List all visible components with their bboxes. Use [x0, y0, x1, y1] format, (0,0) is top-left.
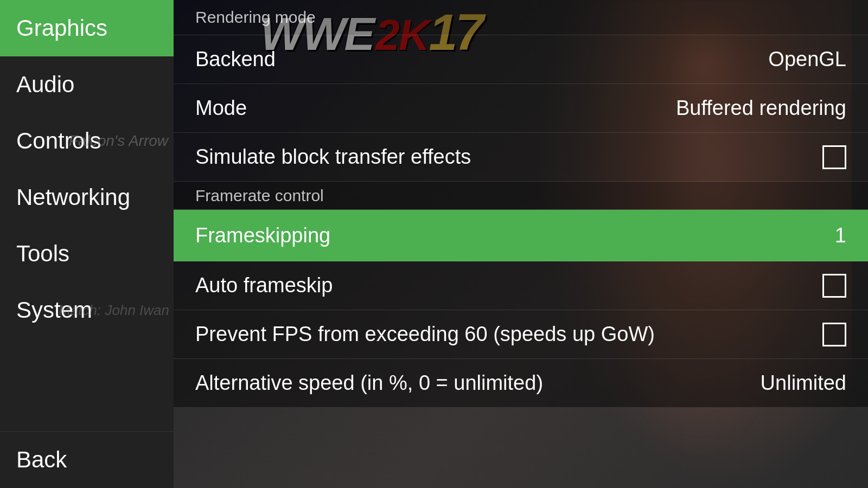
mode-label: Mode [195, 97, 247, 120]
frameskipping-label: Frameskipping [195, 224, 330, 247]
sidebar-item-graphics[interactable]: Graphics [0, 0, 174, 56]
back-label: Back [16, 447, 67, 472]
prevent-fps-label: Prevent FPS from exceeding 60 (speeds up… [195, 323, 655, 346]
backend-label: Backend [195, 48, 276, 71]
sidebar-spacer [0, 338, 174, 431]
frameskipping-value: 1 [835, 224, 846, 247]
mode-value: Buffered rendering [676, 97, 846, 120]
settings-panel: Rendering mode Backend OpenGL Mode Buffe… [174, 0, 868, 488]
auto-frameskip-row[interactable]: Auto frameskip [174, 261, 868, 310]
sidebar-item-networking[interactable]: Networking [0, 169, 174, 226]
sidebar: Graphics Audio Controls Falcon's Arrow N… [0, 0, 174, 488]
sidebar-label-system: System [16, 297, 92, 323]
simulate-block-transfer-row[interactable]: Simulate block transfer effects [174, 133, 868, 182]
sidebar-item-tools[interactable]: Tools [0, 226, 174, 282]
simulate-block-transfer-label: Simulate block transfer effects [195, 145, 471, 169]
sidebar-label-tools: Tools [16, 241, 69, 266]
back-button[interactable]: Back [0, 431, 174, 488]
sidebar-label-graphics: Graphics [16, 15, 107, 41]
backend-value: OpenGL [768, 48, 846, 71]
mode-row[interactable]: Mode Buffered rendering [174, 84, 868, 133]
sidebar-item-audio[interactable]: Audio [0, 56, 174, 113]
rendering-mode-header-row: Rendering mode [174, 0, 868, 35]
backend-row[interactable]: Backend OpenGL [174, 35, 868, 84]
prevent-fps-checkbox[interactable] [822, 323, 846, 346]
sidebar-item-controls[interactable]: Controls Falcon's Arrow [0, 113, 174, 169]
alternative-speed-row[interactable]: Alternative speed (in %, 0 = unlimited) … [174, 359, 868, 408]
prevent-fps-row[interactable]: Prevent FPS from exceeding 60 (speeds up… [174, 310, 868, 359]
auto-frameskip-checkbox[interactable] [822, 274, 846, 298]
main-content: WWE2K17 Rendering mode Backend OpenGL Mo… [174, 0, 868, 488]
sidebar-label-networking: Networking [16, 184, 130, 210]
rendering-mode-label: Rendering mode [195, 8, 316, 27]
alternative-speed-label: Alternative speed (in %, 0 = unlimited) [195, 371, 543, 395]
alternative-speed-value: Unlimited [761, 371, 846, 395]
simulate-block-transfer-checkbox[interactable] [822, 145, 846, 169]
sidebar-label-controls: Controls [16, 128, 101, 153]
framerate-control-header-row: Framerate control [174, 182, 868, 210]
frameskipping-row[interactable]: Frameskipping 1 [174, 210, 868, 261]
sidebar-label-audio: Audio [16, 72, 74, 97]
auto-frameskip-label: Auto frameskip [195, 274, 333, 297]
sidebar-item-system[interactable]: System Match: John Iwan [0, 282, 174, 338]
framerate-control-label: Framerate control [195, 187, 324, 205]
